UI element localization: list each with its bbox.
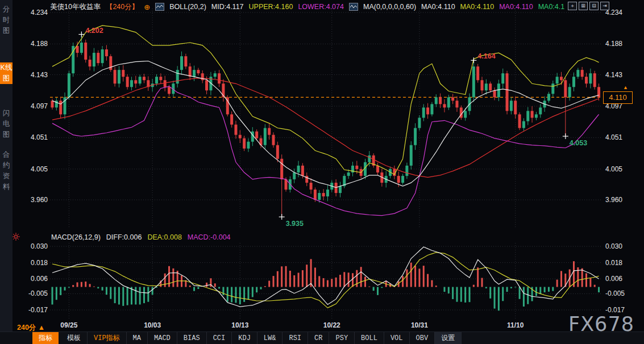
- boll_upper-line: [52, 26, 599, 175]
- candle-body: [301, 166, 304, 176]
- boll_mid-line: [52, 61, 599, 188]
- price-annotation: 3.935: [286, 220, 304, 228]
- chart-header: 美债10年收益率 【240分】 ⊕ BOLL(20,2) MID:4.117 U…: [50, 2, 564, 11]
- add-indicator-icon[interactable]: ⊕: [144, 3, 150, 11]
- candle-body: [493, 90, 496, 97]
- trading-app: 分时图K线图闪电图合约资料 美债10年收益率 【240分】 ⊕ BOLL(20,…: [0, 0, 644, 344]
- candle-body: [526, 111, 529, 121]
- candle-body: [314, 190, 317, 200]
- toolbar-item-obv[interactable]: OBV: [410, 332, 435, 344]
- candle-body: [234, 125, 237, 135]
- price-axis-left-0: 4.234: [18, 9, 48, 16]
- macd-axis-left-2: 0.006: [18, 275, 48, 283]
- candle-body: [472, 66, 475, 97]
- price-axis-right-4: 4.051: [605, 133, 622, 141]
- toolbar-item-psy[interactable]: PSY: [329, 332, 355, 344]
- toolbar-item-cci[interactable]: CCI: [207, 332, 232, 344]
- toolbar-item-cr[interactable]: CR: [308, 332, 329, 344]
- toolbar-item-rsi[interactable]: RSI: [282, 332, 308, 344]
- price-annotation: 4.202: [85, 27, 103, 35]
- candle-body: [280, 159, 283, 179]
- candle-body: [514, 100, 517, 114]
- candle-body: [268, 128, 271, 135]
- candle-body: [497, 83, 500, 97]
- price-axis-left-5: 4.005: [18, 165, 48, 173]
- left-sidebar: 分时图K线图闪电图合约资料: [0, 0, 13, 344]
- candle-body: [114, 70, 117, 83]
- candle-body: [297, 166, 300, 173]
- candle-body: [447, 97, 450, 107]
- candle-body: [481, 80, 484, 90]
- candle-body: [464, 111, 467, 118]
- candle-body: [105, 49, 108, 56]
- candle-body: [518, 114, 521, 128]
- candle-body: [564, 80, 567, 97]
- macd-macd-value: MACD:-0.004: [188, 233, 231, 241]
- period-arrow-icon: ▲: [38, 324, 45, 332]
- sidebar-item-time-chart[interactable]: 分时图: [0, 4, 13, 36]
- candle-body: [159, 77, 162, 80]
- candle-body: [347, 173, 350, 176]
- candle-body: [168, 87, 171, 94]
- toolbar-item-lw[interactable]: LW&: [257, 332, 283, 344]
- price-axis-right-5: 4.005: [605, 165, 622, 173]
- ma-value-0: MA0:4.110: [421, 3, 455, 11]
- boll-indicator-icon[interactable]: [155, 3, 164, 11]
- candle-body: [430, 104, 433, 114]
- sidebar-item-contract-info[interactable]: 合约资料: [0, 149, 13, 192]
- toolbar-item-template[interactable]: 模板: [61, 332, 88, 344]
- period-tag[interactable]: 【240分】: [106, 2, 139, 12]
- candle-body: [568, 87, 571, 97]
- toolbar-item-kdj[interactable]: KDJ: [232, 332, 257, 344]
- candle-body: [501, 73, 504, 83]
- candle-body: [218, 73, 221, 83]
- axis-pan-icon[interactable]: ⊟: [589, 2, 599, 10]
- candle-body: [51, 100, 54, 107]
- candle-body: [476, 66, 479, 80]
- candle-body: [180, 56, 183, 70]
- candle-body: [243, 139, 246, 149]
- axis-scale-icon[interactable]: ⊞: [579, 2, 588, 10]
- sidebar-item-kline-chart[interactable]: K线图: [0, 62, 13, 84]
- boll-mid-value: MID:4.117: [211, 3, 244, 11]
- period-label: 240分: [17, 324, 36, 332]
- macd-label: MACD(26,12,9): [51, 233, 101, 241]
- macd-axis-right-1: 0.018: [605, 259, 622, 267]
- candle-body: [485, 83, 488, 90]
- macd-axis-left-3: -0.005: [18, 290, 48, 297]
- toolbar-item-settings[interactable]: 设置: [435, 332, 462, 344]
- macd-panel-icon[interactable]: [12, 233, 20, 241]
- candle-body: [89, 60, 92, 66]
- ma-indicator-icon[interactable]: [349, 3, 358, 11]
- sidebar-item-flash-chart[interactable]: 闪电图: [0, 108, 13, 140]
- collapse-panel-icon[interactable]: ⇥: [600, 2, 609, 10]
- toolbar-item-ma[interactable]: MA: [127, 332, 148, 344]
- candle-body: [410, 145, 413, 166]
- toolbar-item-bias[interactable]: BIAS: [177, 332, 207, 344]
- candle-body: [535, 114, 538, 118]
- candle-body: [585, 77, 588, 83]
- crosshair-tool-icon[interactable]: ＋: [568, 2, 577, 10]
- candle-body: [547, 94, 550, 100]
- candlestick-chart-canvas[interactable]: 4.2024.1643.9354.053: [0, 0, 644, 344]
- boll-upper-value: UPPER:4.160: [249, 3, 293, 11]
- candle-body: [422, 107, 425, 118]
- toolbar-item-vip-indicator[interactable]: VIP指标: [88, 332, 127, 344]
- candle-body: [418, 118, 421, 128]
- candle-body: [589, 73, 592, 83]
- ma-value-1: MA0:4.110: [460, 3, 495, 11]
- candle-body: [397, 176, 400, 183]
- candle-body: [581, 70, 584, 77]
- candle-body: [322, 193, 325, 196]
- toolbar-item-indicator[interactable]: 指标: [32, 332, 59, 344]
- date-label-1: 10/03: [144, 321, 161, 329]
- toolbar-item-macd[interactable]: MACD: [148, 332, 177, 344]
- macd-axis-left-4: -0.017: [18, 306, 48, 314]
- toolbar-item-boll[interactable]: BOLL: [355, 332, 384, 344]
- candle-body: [576, 70, 579, 77]
- macd-dea-line: [52, 253, 599, 308]
- candle-body: [401, 176, 404, 183]
- toolbar-item-vol[interactable]: VOL: [384, 332, 410, 344]
- macd-dea-value: DEA:0.008: [147, 233, 181, 241]
- boll_lower-line: [52, 86, 599, 216]
